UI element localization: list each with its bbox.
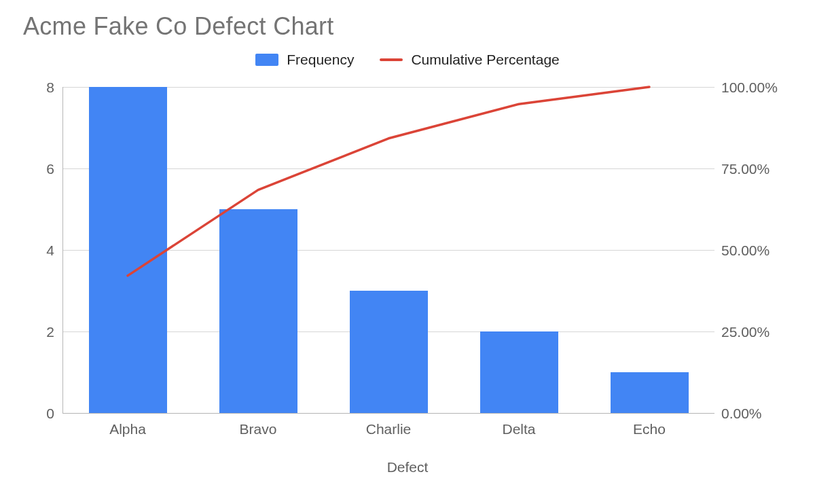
y-right-tick-4: 100.00% (721, 80, 778, 94)
plot-area (62, 87, 714, 413)
legend-item-cumulative: Cumulative Percentage (380, 52, 559, 68)
x-label-bravo: Bravo (240, 421, 277, 437)
legend-item-frequency: Frequency (255, 52, 354, 68)
line-swatch-icon (380, 58, 403, 61)
x-label-echo: Echo (633, 421, 666, 437)
y-left-tick-1: 2 (14, 325, 54, 339)
legend: Frequency Cumulative Percentage (0, 52, 815, 68)
x-label-alpha: Alpha (109, 421, 146, 437)
y-left-tick-3: 6 (14, 162, 54, 176)
x-axis-line (62, 413, 714, 414)
y-left-tick-2: 4 (14, 243, 54, 257)
y-left-tick-0: 0 (14, 406, 54, 420)
y-axis-line (62, 87, 63, 414)
x-label-delta: Delta (502, 421, 535, 437)
x-label-charlie: Charlie (366, 421, 412, 437)
bar-swatch-icon (255, 54, 278, 66)
cumulative-line (62, 87, 714, 413)
legend-label-frequency: Frequency (287, 52, 354, 68)
chart-title: Acme Fake Co Defect Chart (23, 12, 334, 41)
y-right-tick-0: 0.00% (721, 406, 762, 420)
y-right-tick-2: 50.00% (721, 243, 769, 257)
x-axis-title: Defect (0, 459, 815, 475)
legend-label-cumulative: Cumulative Percentage (411, 52, 559, 68)
y-left-tick-4: 8 (14, 80, 54, 94)
y-right-tick-1: 25.00% (721, 325, 769, 339)
y-right-tick-3: 75.00% (721, 162, 769, 176)
